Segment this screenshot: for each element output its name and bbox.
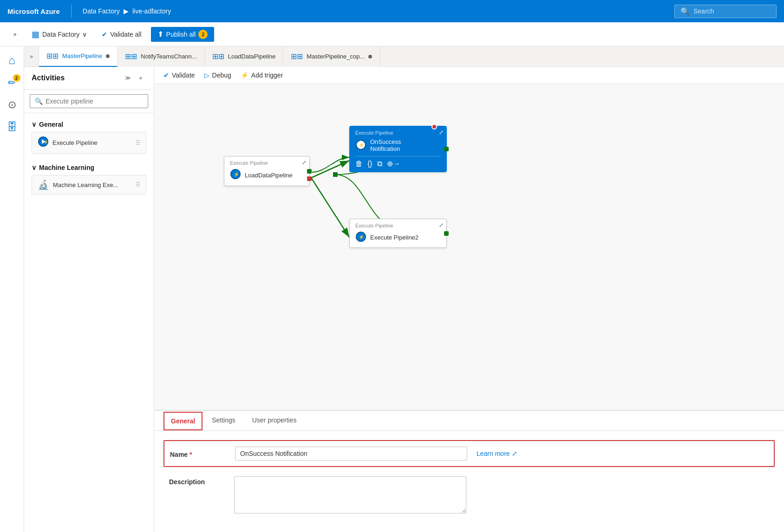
node-load-data-pipeline[interactable]: Execute Pipeline ⚡ LoadDataPipeline xyxy=(224,156,310,186)
canvas-toolbar: ✔ Validate ▷ Debug ⚡ Add trigger xyxy=(154,67,784,84)
ml-execute-drag-handle[interactable]: ⠿ xyxy=(136,181,140,188)
search-bar[interactable]: 🔍 xyxy=(674,5,777,18)
validate-label: Validate xyxy=(172,71,195,79)
search-icon: 🔍 xyxy=(680,7,690,16)
node-exec2-label: Execute Pipeline2 xyxy=(370,234,418,241)
prop-tab-settings-label: Settings xyxy=(212,416,235,424)
node-execute-pipeline2[interactable]: Execute Pipeline ⚡ Execute Pipeline2 ⤢ xyxy=(349,219,447,248)
tab-notify-pipeline[interactable]: ⊞⊞ NotifyTeamsChann... xyxy=(118,46,205,67)
sidebar-home-button[interactable]: ⌂ xyxy=(2,50,22,71)
svg-text:⚡: ⚡ xyxy=(359,142,365,148)
search-icon: 🔍 xyxy=(35,97,43,105)
node-success-right-connector xyxy=(444,147,449,151)
node-success-json-icon[interactable]: {} xyxy=(367,160,372,168)
general-category-header[interactable]: ∨ General xyxy=(32,121,146,128)
breadcrumb-resource: live-adfactory xyxy=(132,7,171,15)
activities-collapse-btn[interactable]: ≫ xyxy=(122,72,133,84)
node-load-expand-icon[interactable]: ⤢ xyxy=(302,159,307,166)
breadcrumb-service: Data Factory xyxy=(83,7,120,15)
sidebar-manage-button[interactable]: 🗄 xyxy=(2,117,22,137)
node-on-success[interactable]: Execute Pipeline ⚡ OnSuccessNotification xyxy=(349,126,447,172)
add-trigger-button[interactable]: ⚡ Add trigger xyxy=(241,71,283,79)
factory-label: Data Factory xyxy=(42,31,79,38)
briefcase-icon: 🗄 xyxy=(7,121,17,133)
activities-search-area: 🔍 xyxy=(24,90,154,113)
node-success-actions: 🗑 {} ⧉ ⊕→ xyxy=(355,156,441,168)
toolbar-expand-button[interactable]: » xyxy=(7,27,22,42)
activity-execute-pipeline[interactable]: ⚡ Execute Pipeline ⠿ xyxy=(32,132,146,154)
activities-title: Activities xyxy=(32,74,65,82)
prop-tab-settings[interactable]: Settings xyxy=(204,411,243,430)
expand-icon: » xyxy=(13,31,17,38)
node-success-connect-icon[interactable]: ⊕→ xyxy=(387,159,400,168)
author-badge: 2 xyxy=(13,74,20,82)
node-exec2-header: Execute Pipeline xyxy=(355,223,441,228)
validate-all-button[interactable]: ✔ Validate all xyxy=(96,28,147,41)
node-success-expand-icon[interactable]: ⤢ xyxy=(439,129,444,136)
publish-all-button[interactable]: ⬆ Publish all 2 xyxy=(151,27,215,42)
pipeline-canvas[interactable]: Execute Pipeline ⚡ LoadDataPipeline xyxy=(154,84,784,410)
general-category-label: General xyxy=(39,121,63,128)
activity-category-general: ∨ General ⚡ xyxy=(24,117,154,160)
learn-more-link[interactable]: Learn more ⤢ xyxy=(477,450,517,457)
breadcrumb-arrow: ▶ xyxy=(124,7,129,15)
execute-pipeline-drag-handle[interactable]: ⠿ xyxy=(136,139,140,147)
validate-label: Validate all xyxy=(110,31,141,38)
debug-button[interactable]: ▷ Debug xyxy=(204,71,231,79)
ml-category-header[interactable]: ∨ Machine Learning xyxy=(32,164,146,171)
node-success-copy-icon[interactable]: ⧉ xyxy=(377,160,382,168)
node-success-body: ⚡ OnSuccessNotification xyxy=(355,138,441,152)
learn-more-label: Learn more xyxy=(477,450,510,457)
prop-description-textarea[interactable] xyxy=(234,476,466,513)
properties-panel: General Settings User properties xyxy=(154,410,784,532)
ml-execute-icon: 🔬 xyxy=(38,179,49,190)
general-chevron-icon: ∨ xyxy=(32,121,36,128)
factory-selector[interactable]: ▦ Data Factory ∨ xyxy=(26,26,92,42)
prop-name-field: Name * Learn more ⤢ xyxy=(163,440,775,467)
sidebar-monitor-button[interactable]: ⊙ xyxy=(2,95,22,115)
debug-label: Debug xyxy=(212,71,231,79)
activities-collapse-btn2[interactable]: « xyxy=(135,72,146,84)
node-exec2-expand-icon[interactable]: ⤢ xyxy=(439,222,444,228)
tab-load-icon: ⊞⊞ xyxy=(212,52,224,61)
activities-search-input[interactable] xyxy=(46,97,143,105)
ml-execute-label: Machine Learning Exe... xyxy=(53,182,118,188)
connector-arrows-svg xyxy=(154,84,784,410)
tab-expand-button[interactable]: » xyxy=(24,46,39,67)
tab-master-copy-label: MasterPipeline_cop... xyxy=(307,53,365,60)
sidebar-author-button[interactable]: ✏ 2 xyxy=(2,72,22,93)
svg-text:⚡: ⚡ xyxy=(234,171,240,177)
activities-body: ∨ General ⚡ xyxy=(24,113,154,532)
tab-master-copy-pipeline[interactable]: ⊞⊞ MasterPipeline_cop... xyxy=(283,46,380,67)
tab-load-label: LoadDataPipeline xyxy=(228,53,276,60)
node-load-label: LoadDataPipeline xyxy=(245,172,293,179)
main-layout: ⌂ ✏ 2 ⊙ 🗄 » ⊞⊞ MasterPipeline ⊞⊞ No xyxy=(0,46,784,532)
top-bar: Microsoft Azure Data Factory ▶ live-adfa… xyxy=(0,0,784,22)
collapse-icon: ≫ xyxy=(125,75,131,81)
node-success-label: OnSuccessNotification xyxy=(370,138,401,152)
prop-tab-user-properties-label: User properties xyxy=(252,416,297,424)
execute-pipeline-icon: ⚡ xyxy=(38,136,49,149)
node-exec2-icon: ⚡ xyxy=(355,231,366,244)
brand-label: Microsoft Azure xyxy=(7,7,60,15)
tab-master-pipeline[interactable]: ⊞⊞ MasterPipeline xyxy=(39,46,118,67)
learn-more-icon: ⤢ xyxy=(512,450,517,457)
publish-badge: 2 xyxy=(198,30,208,39)
prop-tab-user-properties[interactable]: User properties xyxy=(245,411,304,430)
node-exec2-body: ⚡ Execute Pipeline2 xyxy=(355,231,441,244)
activity-ml-execute[interactable]: 🔬 Machine Learning Exe... ⠿ xyxy=(32,175,146,195)
tab-load-pipeline[interactable]: ⊞⊞ LoadDataPipeline xyxy=(205,46,284,67)
activities-controls: ≫ « xyxy=(122,72,146,84)
search-input[interactable] xyxy=(693,7,771,15)
prop-tab-general[interactable]: General xyxy=(163,412,203,430)
prop-name-input[interactable] xyxy=(235,447,467,461)
activity-execute-pipeline-left: ⚡ Execute Pipeline xyxy=(38,136,98,149)
node-success-delete-icon[interactable]: 🗑 xyxy=(355,160,363,168)
node-success-alert-dot xyxy=(431,124,437,130)
pipeline-container: Activities ≫ « 🔍 xyxy=(24,67,784,532)
validate-icon: ✔ xyxy=(102,31,107,38)
factory-icon: ▦ xyxy=(32,29,39,39)
node-load-success-connector xyxy=(307,169,312,174)
node-load-fail-connector xyxy=(307,176,312,181)
validate-button[interactable]: ✔ Validate xyxy=(163,71,195,79)
